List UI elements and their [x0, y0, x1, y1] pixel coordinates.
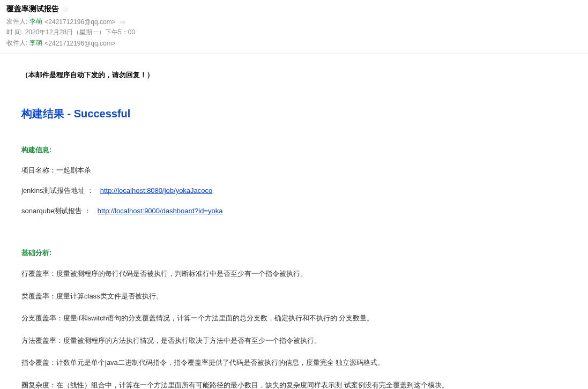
jenkins-line: jenkins测试报告地址 ： http://localhost:8080/jo…	[21, 186, 567, 196]
sonar-line: sonarqube测试报告 ： http://localhost:9000/da…	[21, 206, 567, 216]
from-email: <2421712196@qq.com>	[44, 18, 115, 26]
analysis-title: 基础分析:	[21, 248, 567, 258]
analysis-row: 方法覆盖率：度量被测程序的方法执行情况，是否执行取决于方法中是否有至少一个指令被…	[21, 335, 567, 346]
from-line: 发件人: 李萌 <2421712196@qq.com> ▭	[6, 17, 582, 26]
build-info-title: 构建信息:	[21, 145, 567, 155]
jenkins-link[interactable]: http://localhost:8080/job/yokaJacoco	[100, 186, 213, 194]
analysis-row: 指令覆盖：计数单元是单个java二进制代码指令，指令覆盖率提供了代码是否被执行的…	[21, 357, 567, 368]
email-body: （本邮件是程序自动下发的，请勿回复！） 构建结果 - Successful 构建…	[0, 54, 588, 389]
sonar-label: sonarqube测试报告 ：	[21, 207, 91, 215]
contact-card-icon[interactable]: ▭	[120, 18, 125, 25]
time-label: 时 间:	[6, 28, 23, 37]
time-line: 时 间: 2020年12月28日（星期一）下午5：00	[6, 28, 582, 37]
auto-notice: （本邮件是程序自动下发的，请勿回复！）	[21, 70, 567, 80]
analysis-row: 行覆盖率：度量被测程序的每行代码是否被执行，判断标准行中是否至少有一个指令被执行…	[21, 268, 567, 279]
analysis-row: 分支覆盖率：度量if和switch语句的分支覆盖情况，计算一个方法里面的总分支数…	[21, 313, 567, 324]
email-header: 覆盖率测试报告 ☆ 发件人: 李萌 <2421712196@qq.com> ▭ …	[0, 0, 588, 54]
to-name[interactable]: 李萌	[29, 39, 42, 48]
subject-line: 覆盖率测试报告 ☆	[6, 4, 582, 14]
from-name[interactable]: 李萌	[29, 17, 42, 26]
email-subject: 覆盖率测试报告	[6, 4, 59, 14]
jenkins-label: jenkins测试报告地址 ：	[21, 186, 94, 194]
to-label: 收件人:	[6, 39, 27, 48]
build-result-heading: 构建结果 - Successful	[21, 107, 567, 121]
analysis-row: 圈复杂度：在（线性）组合中，计算在一个方法里面所有可能路径的最小数目，缺失的复杂…	[21, 380, 567, 390]
analysis-row: 类覆盖率：度量计算class类文件是否被执行。	[21, 291, 567, 302]
star-icon[interactable]: ☆	[62, 5, 69, 13]
project-name: 项目名称：一起剧本杀	[21, 166, 567, 175]
to-line: 收件人: 李萌 <2421712196@qq.com>	[6, 39, 582, 48]
from-label: 发件人:	[6, 17, 27, 26]
time-value: 2020年12月28日（星期一）下午5：00	[25, 28, 135, 37]
to-email: <2421712196@qq.com>	[44, 40, 115, 47]
sonar-link[interactable]: http://localhost:9000/dashboard?id=yoka	[98, 207, 223, 215]
